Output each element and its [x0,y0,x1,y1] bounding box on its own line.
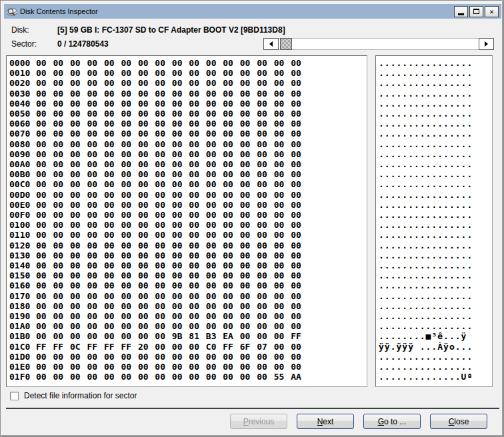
next-button[interactable]: Next [297,414,354,429]
hex-offset: 01C0 [9,342,36,352]
ascii-row: ................ [379,210,492,220]
hex-bytes: 00 00 00 00 00 00 00 00 00 00 00 00 00 0… [36,89,301,99]
hex-bytes: 00 00 00 00 00 00 00 00 00 00 00 00 00 0… [36,301,301,311]
hex-row: 00C000 00 00 00 00 00 00 00 00 00 00 00 … [9,179,367,189]
hex-bytes: 00 00 00 00 00 00 00 00 00 00 00 00 00 0… [36,352,301,362]
hex-bytes: 00 00 00 00 00 00 00 00 00 00 00 00 00 0… [36,260,301,270]
scrollbar-thumb[interactable] [280,38,292,50]
detect-file-info-row: Detect file information for sector [10,391,137,400]
hex-offset: 0170 [9,291,36,301]
hex-row: 016000 00 00 00 00 00 00 00 00 00 00 00 … [9,280,367,290]
left-arrow-icon [269,41,273,47]
detect-file-info-label: Detect file information for sector [24,391,137,400]
disk-value: [5] 59 GB I: FC-1307 SD to CF Adapter BO… [57,25,285,35]
right-arrow-icon [485,41,488,47]
hex-offset: 0160 [9,280,36,290]
ascii-row: ..............Uª [379,372,492,382]
hex-offset: 0070 [9,129,36,139]
hex-offset: 0000 [9,58,36,68]
hex-row: 01C0FF FF 0C FF FF FF 20 00 00 00 C0 FF … [9,342,367,352]
hex-dump-panel[interactable]: 000000 00 00 00 00 00 00 00 00 00 00 00 … [6,55,367,387]
hex-offset: 00E0 [9,200,36,210]
ascii-row: ................ [379,149,492,159]
hex-offset: 01F0 [9,372,36,382]
hex-bytes: FF FF 0C FF FF FF 20 00 00 00 C0 FF 6F 0… [36,342,301,352]
hex-offset: 0080 [9,139,36,149]
hex-offset: 00D0 [9,190,36,200]
hex-bytes: 00 00 00 00 00 00 00 00 00 00 00 00 00 0… [36,99,301,109]
hex-offset: 0040 [9,99,36,109]
ascii-row: ................ [379,68,492,78]
ascii-row: ........■³ê...ÿ [379,331,492,341]
ascii-row: ................ [379,260,492,270]
hex-row: 01F000 00 00 00 00 00 00 00 00 00 00 00 … [9,372,367,382]
hex-bytes: 00 00 00 00 00 00 00 00 00 00 00 00 00 0… [36,58,301,68]
go-to-button[interactable]: Go to ... [363,414,421,429]
hex-row: 001000 00 00 00 00 00 00 00 00 00 00 00 … [9,68,367,78]
hex-row: 01B000 00 00 00 00 00 00 00 9B 81 B3 EA … [9,331,367,341]
hex-row: 004000 00 00 00 00 00 00 00 00 00 00 00 … [9,99,367,109]
hex-offset: 0110 [9,230,36,240]
close-button[interactable]: Close [430,414,487,429]
ascii-row: ÿÿ.ÿÿÿ ...Àÿo... [379,342,492,352]
ascii-row: ................ [379,362,492,372]
hex-offset: 0130 [9,250,36,260]
hex-row: 009000 00 00 00 00 00 00 00 00 00 00 00 … [9,149,367,159]
ascii-row: ................ [379,139,492,149]
previous-button[interactable]: Previous [230,414,287,429]
minimize-button[interactable] [454,6,468,17]
titlebar[interactable]: Disk Contents Inspector ✕ [4,4,501,19]
hex-bytes: 00 00 00 00 00 00 00 00 00 00 00 00 00 0… [36,68,301,78]
hex-row: 003000 00 00 00 00 00 00 00 00 00 00 00 … [9,89,367,99]
hex-offset: 0060 [9,119,36,129]
hex-bytes: 00 00 00 00 00 00 00 00 00 00 00 00 00 0… [36,169,301,179]
hex-row: 00E000 00 00 00 00 00 00 00 00 00 00 00 … [9,200,367,210]
hex-offset: 0180 [9,301,36,311]
scrollbar-left-button[interactable] [263,38,279,50]
hex-row: 011000 00 00 00 00 00 00 00 00 00 00 00 … [9,230,367,240]
close-icon: ✕ [489,8,494,15]
disk-magnifier-icon [7,6,17,17]
hex-offset: 0050 [9,109,36,119]
ascii-row: ................ [379,179,492,189]
hex-offset: 0100 [9,220,36,230]
hex-bytes: 00 00 00 00 00 00 00 00 00 00 00 00 00 0… [36,311,301,321]
hex-row: 019000 00 00 00 00 00 00 00 00 00 00 00 … [9,311,367,321]
hex-bytes: 00 00 00 00 00 00 00 00 00 00 00 00 00 0… [36,321,301,331]
ascii-row: ................ [379,220,492,230]
disk-label: Disk: [11,25,29,35]
hex-bytes: 00 00 00 00 00 00 00 00 00 00 00 00 00 0… [36,200,301,210]
hex-rows: 000000 00 00 00 00 00 00 00 00 00 00 00 … [9,58,367,382]
hex-offset: 00A0 [9,159,36,169]
close-button[interactable]: ✕ [485,6,499,17]
hex-bytes: 00 00 00 00 00 00 00 00 00 00 00 00 00 0… [36,129,301,139]
ascii-rows: ........................................… [379,58,492,382]
hex-bytes: 00 00 00 00 00 00 00 00 00 00 00 00 00 0… [36,250,301,260]
sector-label: Sector: [11,39,37,49]
hex-bytes: 00 00 00 00 00 00 00 00 00 00 00 00 00 0… [36,139,301,149]
detect-file-info-checkbox[interactable] [10,392,19,400]
ascii-row: ................ [379,78,492,88]
hex-offset: 00C0 [9,179,36,189]
scrollbar-right-button[interactable] [479,38,494,50]
maximize-icon [473,9,479,14]
hex-row: 01E000 00 00 00 00 00 00 00 00 00 00 00 … [9,362,367,372]
ascii-row: ................ [379,280,492,290]
ascii-row: ................ [379,250,492,260]
hex-bytes: 00 00 00 00 00 00 00 00 00 00 00 00 00 0… [36,220,301,230]
hex-row: 010000 00 00 00 00 00 00 00 00 00 00 00 … [9,220,367,230]
maximize-button[interactable] [469,6,483,17]
ascii-panel[interactable]: ........................................… [375,55,493,387]
hex-bytes: 00 00 00 00 00 00 00 00 00 00 00 00 00 0… [36,362,301,372]
sector-scrollbar[interactable] [263,38,494,50]
hex-bytes: 00 00 00 00 00 00 00 00 00 00 00 00 00 0… [36,179,301,189]
hex-row: 005000 00 00 00 00 00 00 00 00 00 00 00 … [9,109,367,119]
hex-bytes: 00 00 00 00 00 00 00 00 00 00 00 00 00 0… [36,78,301,88]
ascii-row: ................ [379,352,492,362]
hex-bytes: 00 00 00 00 00 00 00 00 00 00 00 00 00 0… [36,159,301,169]
ascii-row: ................ [379,240,492,250]
hex-bytes: 00 00 00 00 00 00 00 00 00 00 00 00 00 0… [36,270,301,280]
hex-bytes: 00 00 00 00 00 00 00 00 00 00 00 00 00 0… [36,372,301,382]
ascii-row: ................ [379,169,492,179]
ascii-row: ................ [379,190,492,200]
